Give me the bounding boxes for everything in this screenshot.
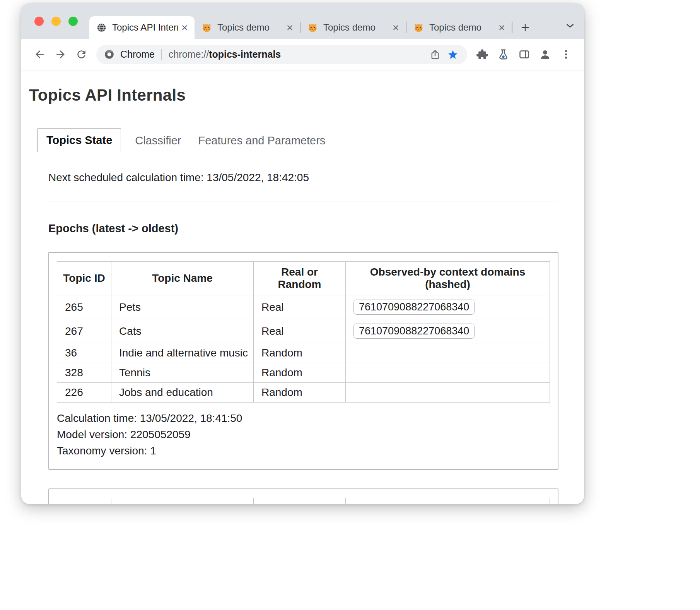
profile-button[interactable] <box>534 44 555 65</box>
tab-classifier[interactable]: Classifier <box>130 129 186 152</box>
extensions-button[interactable] <box>472 44 493 65</box>
browser-toolbar: Chrome chrome:// topics-internals <box>21 39 584 70</box>
epochs-heading: Epochs (latest -> oldest) <box>48 222 558 235</box>
topic-id-cell: 265 <box>57 295 111 319</box>
close-window-button[interactable] <box>34 17 44 26</box>
column-header: Real or Random <box>254 262 346 295</box>
column-header: Topic Name <box>111 498 254 504</box>
browser-window: Topics API InternTopics demoTopics demoT… <box>21 4 584 504</box>
table-row: 36Indie and alternative musicRandom <box>57 343 550 363</box>
column-header: Topic ID <box>57 498 111 504</box>
topic-id-cell: 36 <box>57 343 111 363</box>
epoch-meta-line: Calculation time: 13/05/2022, 18:41:50 <box>57 410 550 427</box>
table-header-row: Topic IDTopic NameReal or RandomObserved… <box>57 498 550 504</box>
topic-name-cell: Jobs and education <box>111 383 254 403</box>
omnibox[interactable]: Chrome chrome:// topics-internals <box>96 45 467 64</box>
star-icon <box>447 49 458 60</box>
column-header: Observed-by context domains (hashed) <box>346 498 550 504</box>
side-panel-icon <box>518 48 530 60</box>
share-icon <box>430 49 440 60</box>
epoch-meta-line: Taxonomy version: 1 <box>57 443 550 459</box>
tab-close-icon[interactable] <box>180 23 189 32</box>
cat-icon <box>201 22 212 33</box>
page-content: Topics API Internals Topics StateClassif… <box>21 70 584 504</box>
real-or-random-cell: Real <box>254 295 346 319</box>
browser-tab[interactable]: Topics demo <box>300 16 406 39</box>
real-or-random-cell: Random <box>254 363 346 383</box>
topic-name-cell: Cats <box>111 319 254 343</box>
next-calculation-time: Next scheduled calculation time: 13/05/2… <box>48 171 558 184</box>
window-controls <box>21 17 89 26</box>
column-header: Topic Name <box>111 262 254 295</box>
tab-close-icon[interactable] <box>285 23 294 32</box>
topic-name-cell: Indie and alternative music <box>111 343 254 363</box>
epoch-table: Topic IDTopic NameReal or RandomObserved… <box>57 498 550 504</box>
side-panel-button[interactable] <box>514 44 534 65</box>
browser-menu-button[interactable] <box>555 44 576 65</box>
real-or-random-cell: Random <box>254 343 346 363</box>
omnibox-site-label: Chrome <box>120 49 155 60</box>
browser-tab[interactable]: Topics demo <box>195 16 300 39</box>
epoch-panel: Topic IDTopic NameReal or RandomObserved… <box>48 488 558 504</box>
table-row: 265PetsReal7610709088227068340 <box>57 295 550 319</box>
tab-title: Topics API Intern <box>112 22 178 33</box>
observed-domains-cell <box>346 383 550 403</box>
observed-domains-cell <box>346 363 550 383</box>
real-or-random-cell: Real <box>254 319 346 343</box>
table-row: 328TennisRandom <box>57 363 550 383</box>
kebab-menu-icon <box>560 48 572 60</box>
tab-close-icon[interactable] <box>497 23 506 32</box>
section-divider <box>48 202 558 202</box>
zoom-window-button[interactable] <box>68 17 78 26</box>
reload-button[interactable] <box>71 44 92 65</box>
table-row: 226Jobs and educationRandom <box>57 383 550 403</box>
browser-tab[interactable]: Topics demo <box>406 16 512 39</box>
epoch-table: Topic IDTopic NameReal or RandomObserved… <box>57 261 550 403</box>
share-button[interactable] <box>426 46 444 63</box>
url-host: topics-internals <box>209 49 281 60</box>
forward-arrow-icon <box>55 48 67 60</box>
tab-topics-state[interactable]: Topics State <box>38 129 121 152</box>
tab-close-icon[interactable] <box>391 23 400 32</box>
epoch-meta-line: Model version: 2205052059 <box>57 427 550 443</box>
url-scheme: chrome:// <box>169 49 209 60</box>
tab-strip: Topics API InternTopics demoTopics demoT… <box>21 4 584 39</box>
experiments-button[interactable] <box>493 44 514 65</box>
puzzle-icon <box>476 48 488 60</box>
epochs-list: Topic IDTopic NameReal or RandomObserved… <box>29 252 558 504</box>
topic-name-cell: Tennis <box>111 363 254 383</box>
tab-separator <box>512 22 512 33</box>
omnibox-divider <box>161 49 162 60</box>
browser-tab[interactable]: Topics API Intern <box>89 16 195 39</box>
reload-icon <box>75 48 87 60</box>
epoch-meta: Calculation time: 13/05/2022, 18:41:50Mo… <box>57 410 550 459</box>
cat-icon <box>307 22 318 33</box>
column-header: Topic ID <box>57 262 111 295</box>
tab-title: Topics demo <box>217 22 283 33</box>
beaker-icon <box>497 48 509 60</box>
tab-title: Topics demo <box>323 22 389 33</box>
topic-id-cell: 328 <box>57 363 111 383</box>
observed-domains-cell <box>346 343 550 363</box>
page-tab-bar: Topics StateClassifierFeatures and Param… <box>32 129 558 152</box>
column-header: Observed-by context domains (hashed) <box>346 262 550 295</box>
page-title: Topics API Internals <box>29 86 558 105</box>
profile-avatar-icon <box>539 48 551 60</box>
bookmark-star-button[interactable] <box>444 46 462 63</box>
chrome-logo-icon <box>104 49 114 60</box>
domain-hash-chip: 7610709088227068340 <box>353 324 475 339</box>
tab-features-and-parameters[interactable]: Features and Parameters <box>193 129 331 152</box>
observed-domains-cell: 7610709088227068340 <box>346 295 550 319</box>
new-tab-button[interactable] <box>517 19 533 36</box>
plus-icon <box>520 22 531 33</box>
browser-tabs: Topics API InternTopics demoTopics demoT… <box>89 16 512 39</box>
forward-button[interactable] <box>50 44 71 65</box>
back-arrow-icon <box>34 48 46 60</box>
table-header-row: Topic IDTopic NameReal or RandomObserved… <box>57 262 550 295</box>
observed-domains-cell: 7610709088227068340 <box>346 319 550 343</box>
column-header: Real or Random <box>254 498 346 504</box>
topic-name-cell: Pets <box>111 295 254 319</box>
minimize-window-button[interactable] <box>51 17 61 26</box>
back-button[interactable] <box>29 44 50 65</box>
tab-search-button[interactable] <box>562 18 578 33</box>
